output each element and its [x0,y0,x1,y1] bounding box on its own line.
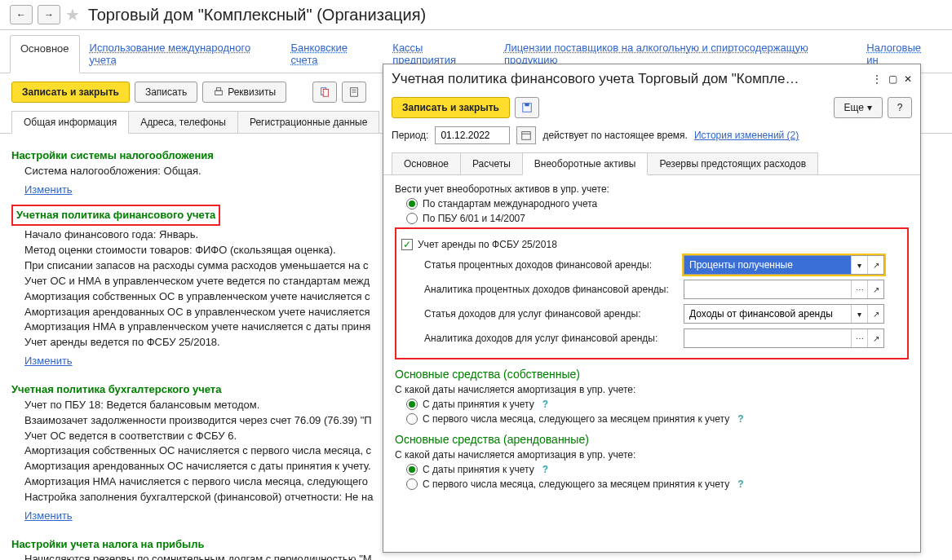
subtab-general[interactable]: Общая информация [11,111,129,134]
dialog-save-close-button[interactable]: Записать и закрыть [392,97,510,118]
rent-radio1-label: С даты принятия к учету [423,464,534,475]
dialog-close-icon[interactable]: ✕ [904,73,912,85]
tab-bank[interactable]: Банковские счета [281,35,383,73]
f3-combo[interactable]: ▾ ↗ [684,304,884,324]
tax-change-link[interactable]: Изменить [24,183,73,198]
buh-change-link[interactable]: Изменить [24,509,73,524]
fin-change-link[interactable]: Изменить [24,354,73,369]
popup-tab-calc[interactable]: Расчеты [460,152,523,174]
f3-open[interactable]: ↗ [867,305,883,323]
fin-policy-dialog: Учетная политика финансового учета Торго… [383,64,921,553]
popup-tab-main[interactable]: Основное [392,152,461,174]
favorite-star-icon[interactable]: ★ [65,5,80,24]
assets-prompt: Вести учет внеоборотных активов в упр. у… [395,183,909,195]
f3-label: Статья доходов для услуг финансовой арен… [424,308,677,320]
dialog-save-icon-button[interactable] [515,97,539,118]
own-radio1-label: С даты принятия к учету [423,399,534,410]
lease-frame: ✓ Учет аренды по ФСБУ 25/2018 Статья про… [395,227,909,359]
f2-label: Аналитика процентных доходов финансовой … [424,284,677,295]
f1-label: Статья процентных доходов финансовой аре… [424,259,677,271]
dialog-maximize-icon[interactable]: ▢ [888,73,897,85]
help-icon[interactable]: ? [542,399,548,410]
dialog-more-button[interactable]: Еще ▾ [834,97,883,118]
f4-label: Аналитика доходов для услуг финансовой а… [424,333,677,344]
rent-radio2[interactable] [406,478,418,490]
radio-pbu[interactable] [406,213,418,224]
tab-intl[interactable]: Использование международного учета [80,35,281,73]
lease-check-label: Учет аренды по ФСБУ 25/2018 [418,239,557,250]
svg-rect-0 [215,90,223,95]
doc-copy-icon [319,86,330,98]
svg-rect-9 [522,132,531,140]
own-radio2-label: С первого числа месяца, следующего за ме… [423,413,729,425]
period-input[interactable] [435,126,510,144]
more-label: Еще [844,102,864,113]
profit-l1: Начисляются резервы по сомнительным долг… [24,552,941,560]
radio-intl-label: По стандартам международного учета [423,198,597,209]
svg-rect-3 [323,90,328,97]
help-icon[interactable]: ? [737,478,743,490]
attach-button[interactable] [312,82,337,103]
calendar-button[interactable] [516,126,536,144]
rent-radio1[interactable] [406,464,418,475]
rent-prompt: С какой даты начисляется амортизация в у… [395,449,909,461]
dialog-help-button[interactable]: ? [888,97,912,118]
f2-combo[interactable]: ⋯ ↗ [684,280,884,299]
subtab-reg[interactable]: Регистрационные данные [237,111,379,133]
dialog-title: Учетная политика финансового учета Торго… [392,71,872,87]
own-prompt: С какой даты начисляется амортизация в у… [395,384,909,395]
rekvizity-label: Реквизиты [228,86,276,98]
svg-rect-8 [525,104,529,107]
page-title: Торговый дом "Комплексный" (Организация) [88,6,426,24]
fin-section-header: Учетная политика финансового учета [16,209,215,221]
f2-open[interactable]: ↗ [867,280,883,298]
radio-pbu-label: По ПБУ 6/01 и 14/2007 [423,213,525,224]
f1-dropdown[interactable]: ▾ [851,256,867,274]
own-radio1[interactable] [406,399,418,410]
f4-input[interactable] [684,329,851,347]
save-button[interactable]: Записать [135,82,197,103]
period-info: действует по настоящее время. [542,130,688,141]
chevron-down-icon: ▾ [867,102,872,113]
popup-tab-assets[interactable]: Внеоборотные активы [522,152,649,175]
f4-dropdown[interactable]: ⋯ [851,329,867,347]
f2-input[interactable] [684,280,851,298]
svg-rect-1 [217,88,221,91]
f1-input[interactable] [684,256,851,274]
f1-combo[interactable]: ▾ ↗ [684,255,884,275]
rekvizity-button[interactable]: Реквизиты [202,82,286,103]
f4-open[interactable]: ↗ [867,329,883,347]
save-close-button[interactable]: Записать и закрыть [11,82,130,103]
f1-open[interactable]: ↗ [867,256,883,274]
lease-checkbox[interactable]: ✓ [401,239,413,250]
f2-dropdown[interactable]: ⋯ [851,280,867,298]
nav-fwd-button[interactable]: → [38,5,60,24]
help-icon[interactable]: ? [737,413,743,425]
f3-input[interactable] [684,305,851,323]
own-header: Основные средства (собственные) [395,368,909,381]
own-radio2[interactable] [406,413,418,425]
f3-dropdown[interactable]: ▾ [851,305,867,323]
period-label: Период: [392,130,428,141]
rent-header: Основные средства (арендованные) [395,433,909,446]
nav-back-button[interactable]: ← [10,5,33,24]
tab-main[interactable]: Основное [10,35,80,73]
history-link[interactable]: История изменений (2) [694,130,799,141]
f4-combo[interactable]: ⋯ ↗ [684,329,884,348]
doc-icon [348,86,360,98]
dialog-menu-icon[interactable]: ⋮ [872,73,882,85]
help-icon[interactable]: ? [542,464,548,475]
print-icon [213,86,224,98]
calendar-icon [520,130,532,141]
rent-radio2-label: С первого числа месяца, следующего за ме… [423,478,729,490]
report-button[interactable] [342,82,366,103]
radio-intl[interactable] [406,198,418,209]
subtab-address[interactable]: Адреса, телефоны [128,111,238,133]
floppy-icon [521,102,533,113]
popup-tab-reserves[interactable]: Резервы предстоящих расходов [647,152,818,174]
